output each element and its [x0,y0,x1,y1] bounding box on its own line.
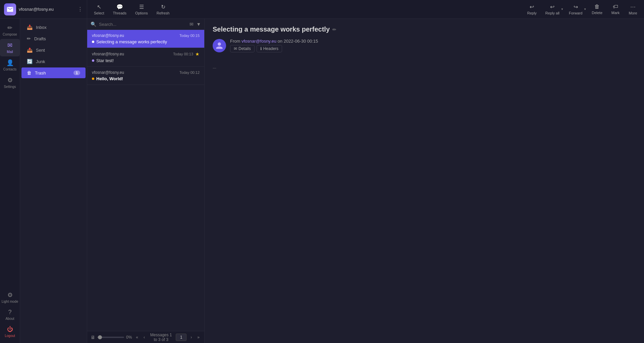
unread-dot [92,78,94,80]
sidebar-item-mail[interactable]: ✉ Mail [0,39,20,56]
sidebar-item-light-mode[interactable]: ⚙ Light mode [0,289,20,306]
reply-icon: ↩ [530,4,534,10]
forward-button[interactable]: ↪ Forward [565,2,583,17]
message-subject: Selecting a message works perfectly [96,39,167,44]
message-subject: Star test! [96,58,114,63]
sent-icon: 📤 [27,47,33,53]
mark-icon: 🏷 [613,4,618,10]
message-item-header: vfosnar@fosny.eu Today 00:13 ★ [92,51,200,57]
message-list: vfosnar@fosny.eu Today 00:15 Selecting a… [87,30,204,331]
folder-trash[interactable]: 🗑 Trash 1 [21,67,86,78]
app-logo [4,3,16,15]
message-sender: vfosnar@fosny.eu [92,52,124,56]
options-button[interactable]: ☰ Options [131,2,152,17]
sidebar-item-compose[interactable]: ✏ Compose [0,21,20,39]
message-subject-row: Selecting a message works perfectly [92,39,200,44]
email-from-line: From vfosnar@fosny.eu on 2022-06-30 00:1… [230,39,318,44]
about-icon: ? [8,309,11,316]
sidebar-item-logout[interactable]: ⏻ Logout [0,323,20,340]
mail-filter-icon[interactable]: ✉ [190,21,194,27]
email-date: on 2022-06-30 00:15 [278,39,318,44]
message-item-header: vfosnar@fosny.eu Today 00:15 [92,33,200,38]
folder-drafts[interactable]: ✏ Drafts [21,33,86,44]
folder-junk[interactable]: 🔄 Junk [21,56,86,67]
logout-icon: ⏻ [7,326,13,333]
account-menu-button[interactable]: ⋮ [77,6,83,12]
sidebar-item-settings[interactable]: ⚙ Settings [0,74,20,91]
zoom-slider-icon: 🖥 [91,335,95,340]
drafts-icon: ✏ [27,36,31,41]
folder-sent[interactable]: 📤 Sent [21,45,86,55]
reply-button[interactable]: ↩ Reply [523,2,541,17]
zoom-bar: 🖥 0% [91,335,132,340]
search-icon: 🔍 [91,21,96,27]
star-icon: ★ [195,51,200,57]
avatar [213,39,226,52]
account-section: vfosnar@fosny.eu ⋮ [0,0,87,18]
reply-all-icon: ↩ [550,4,554,10]
details-icon: ✉ [234,46,237,51]
email-actions-row: ✉ Details ℹ Headers [230,45,318,52]
compose-icon: ✏ [7,24,12,32]
content-area: 🔍 ✉ ▼ vfosnar@fosny.eu Today 00:15 [87,19,644,343]
reply-all-group: ↩ Reply all ▼ [541,2,564,17]
message-subject: Hello, World! [96,76,123,81]
trash-icon: 🗑 [27,70,32,76]
settings-icon: ⚙ [7,77,13,84]
last-page-button[interactable]: » [196,334,201,340]
more-button[interactable]: ⋯ More [625,2,641,17]
message-subject-row: Hello, World! [92,76,200,81]
toolbar-left: ↖ Select 💬 Threads ☰ Options ↻ Refresh [87,0,521,18]
email-title-row: Selecting a message works perfectly ✏ [213,26,636,33]
reply-all-button[interactable]: ↩ Reply all [541,2,560,17]
email-from-row: From vfosnar@fosny.eu on 2022-06-30 00:1… [213,39,636,52]
search-bar: 🔍 ✉ ▼ [87,19,204,30]
select-button[interactable]: ↖ Select [90,2,108,17]
reply-all-arrow-icon: ▼ [561,8,564,11]
from-email-link[interactable]: vfosnar@fosny.eu [241,39,276,44]
trash-badge: 1 [73,70,80,75]
rail-bottom: ⚙ Light mode ? About ⏻ Logout [0,289,20,343]
forward-group: ↪ Forward ▼ [565,2,587,17]
threads-button[interactable]: 💬 Threads [109,2,130,17]
unread-dot [92,59,94,62]
message-time: Today 00:13 [173,52,193,56]
next-page-button[interactable]: › [189,334,193,340]
edit-icon[interactable]: ✏ [332,27,336,32]
forward-dropdown[interactable]: ▼ [583,2,587,17]
zoom-thumb[interactable] [98,335,102,339]
refresh-button[interactable]: ↻ Refresh [153,2,174,17]
email-view-panel: Selecting a message works perfectly ✏ Fr… [205,19,644,343]
details-button[interactable]: ✉ Details [230,45,255,52]
body-row: ✏ Compose ✉ Mail 👤 Contacts ⚙ Settings ⚙… [0,19,644,343]
top-bar: vfosnar@fosny.eu ⋮ ↖ Select 💬 Threads ☰ … [0,0,644,19]
message-item[interactable]: vfosnar@fosny.eu Today 00:12 Hello, Worl… [87,67,204,85]
search-input[interactable] [99,22,187,27]
threads-icon: 💬 [116,4,123,10]
message-item[interactable]: vfosnar@fosny.eu Today 00:13 ★ Star test… [87,48,204,67]
sidebar-item-contacts[interactable]: 👤 Contacts [0,56,20,74]
message-list-panel: 🔍 ✉ ▼ vfosnar@fosny.eu Today 00:15 [87,19,205,343]
zoom-track[interactable] [97,337,124,338]
contacts-icon: 👤 [6,59,14,66]
select-icon: ↖ [97,4,101,10]
forward-arrow-icon: ▼ [584,8,586,11]
search-dropdown-icon[interactable]: ▼ [196,21,201,27]
headers-button[interactable]: ℹ Headers [257,45,282,52]
message-sender: vfosnar@fosny.eu [92,70,124,75]
prev-page-button[interactable]: ‹ [142,334,146,340]
sidebar-item-about[interactable]: ? About [0,306,20,323]
pagination-bar: 🖥 0% « ‹ Messages 1 to 3 of 3 › » [87,331,204,343]
first-page-button[interactable]: « [135,334,140,340]
icon-rail: ✏ Compose ✉ Mail 👤 Contacts ⚙ Settings ⚙… [0,19,20,343]
email-title: Selecting a message works perfectly [213,26,330,33]
message-time: Today 00:15 [179,34,200,38]
mail-icon: ✉ [7,42,12,49]
mark-button[interactable]: 🏷 Mark [607,2,624,17]
delete-button[interactable]: 🗑 Delete [588,2,606,17]
message-item[interactable]: vfosnar@fosny.eu Today 00:15 Selecting a… [87,30,204,48]
email-meta: From vfosnar@fosny.eu on 2022-06-30 00:1… [230,39,318,52]
page-input[interactable] [176,334,186,341]
reply-all-dropdown[interactable]: ▼ [560,2,564,17]
folder-inbox[interactable]: 📥 Inbox [21,22,86,33]
